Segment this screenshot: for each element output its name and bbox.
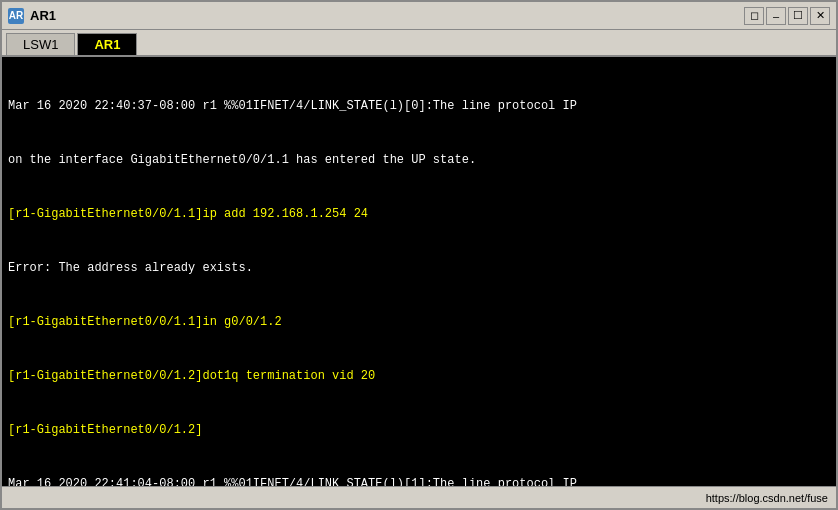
- tab-bar: LSW1 AR1: [2, 30, 836, 57]
- window-title: AR1: [30, 8, 56, 23]
- line-4: [r1-GigabitEthernet0/0/1.1]in g0/0/1.2: [8, 313, 830, 331]
- tab-ar1[interactable]: AR1: [77, 33, 137, 55]
- tab-lsw1[interactable]: LSW1: [6, 33, 75, 55]
- line-3: Error: The address already exists.: [8, 259, 830, 277]
- close-button[interactable]: ✕: [810, 7, 830, 25]
- main-window: AR AR1 ◻ – ☐ ✕ LSW1 AR1 Mar 16 2020 22:4…: [0, 0, 838, 510]
- window-controls: ◻ – ☐ ✕: [744, 7, 830, 25]
- line-7: Mar 16 2020 22:41:04-08:00 r1 %%01IFNET/…: [8, 475, 830, 486]
- status-bar: https://blog.csdn.net/fuse: [2, 486, 836, 508]
- title-bar-left: AR AR1: [8, 8, 56, 24]
- app-icon-label: AR: [9, 10, 23, 21]
- terminal-area[interactable]: Mar 16 2020 22:40:37-08:00 r1 %%01IFNET/…: [2, 57, 836, 486]
- maximize-button[interactable]: ☐: [788, 7, 808, 25]
- line-1: on the interface GigabitEthernet0/0/1.1 …: [8, 151, 830, 169]
- terminal-content: Mar 16 2020 22:40:37-08:00 r1 %%01IFNET/…: [8, 61, 830, 486]
- title-bar: AR AR1 ◻ – ☐ ✕: [2, 2, 836, 30]
- line-0: Mar 16 2020 22:40:37-08:00 r1 %%01IFNET/…: [8, 97, 830, 115]
- line-5: [r1-GigabitEthernet0/0/1.2]dot1q termina…: [8, 367, 830, 385]
- app-icon: AR: [8, 8, 24, 24]
- restore-button[interactable]: ◻: [744, 7, 764, 25]
- minimize-button[interactable]: –: [766, 7, 786, 25]
- status-url: https://blog.csdn.net/fuse: [706, 492, 828, 504]
- line-2: [r1-GigabitEthernet0/0/1.1]ip add 192.16…: [8, 205, 830, 223]
- line-6: [r1-GigabitEthernet0/0/1.2]: [8, 421, 830, 439]
